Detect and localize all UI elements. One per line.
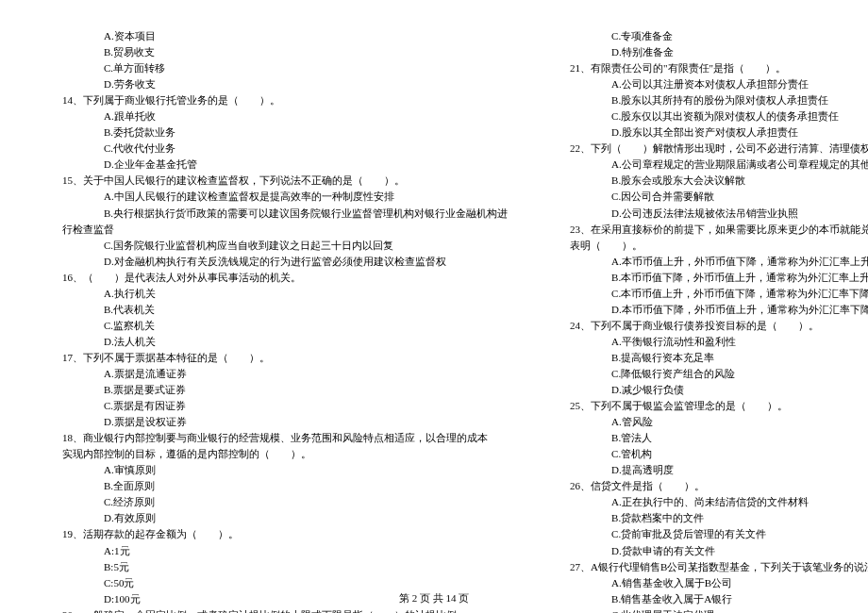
answer-option: D.贷款申请的有关文件 (555, 543, 868, 559)
answer-option: D.有效原则 (47, 510, 508, 526)
answer-option: C.专项准备金 (555, 28, 868, 44)
answer-option: D.股东以其全部出资产对债权人承担责任 (555, 124, 868, 141)
page-footer: 第 2 页 共 14 页 (0, 591, 868, 605)
question-text: 26、信贷文件是指（ ）。 (555, 478, 868, 494)
question-text: 16、（ ）是代表法人对外从事民事活动的机关。 (47, 270, 508, 286)
answer-option: D.特别准备金 (555, 44, 868, 60)
answer-option: A.票据是流通证券 (47, 366, 508, 382)
question-text: 14、下列属于商业银行托管业务的是（ ）。 (47, 92, 508, 108)
answer-option: C.因公司合并需要解散 (555, 189, 868, 205)
answer-option: D.企业年金基金托管 (47, 157, 508, 173)
answer-option: D.减少银行负债 (555, 382, 868, 398)
right-column: C.专项准备金D.特别准备金21、有限责任公司的"有限责任"是指（ ）。A.公司… (531, 28, 868, 585)
answer-option: A.本币币值上升，外币币值下降，通常称为外汇汇率上升 (555, 254, 868, 270)
answer-option: A.审慎原则 (47, 462, 508, 478)
answer-option: A.公司章程规定的营业期限届满或者公司章程规定的其他解散事由出现 (555, 157, 868, 173)
answer-option: B.票据是要式证券 (47, 382, 508, 398)
left-column: A.资本项目B.贸易收支C.单方面转移D.劳务收支14、下列属于商业银行托管业务… (38, 28, 531, 585)
answer-option: C.降低银行资产组合的风险 (555, 366, 868, 382)
answer-option: C.国务院银行业监督机构应当自收到建议之日起三十日内以回复 (47, 238, 508, 254)
answer-option: B.管法人 (555, 430, 868, 446)
answer-option: D.本币币值下降，外币币值上升，通常称为外汇汇率下降 (555, 302, 868, 318)
answer-option: A.跟单托收 (47, 108, 508, 124)
answer-option: B.贸易收支 (47, 44, 508, 60)
answer-option: B.股东以其所持有的股份为限对债权人承担责任 (555, 92, 868, 108)
answer-option: C.管机构 (555, 446, 868, 462)
answer-option: B.委托贷款业务 (47, 124, 508, 141)
answer-option: D.提高透明度 (555, 462, 868, 478)
answer-option: B.提高银行资本充足率 (555, 350, 868, 366)
question-continuation: 实现内部控制的目标，遵循的是内部控制的（ ）。 (47, 446, 508, 462)
answer-option: D.法人机关 (47, 334, 508, 350)
answer-option: A.销售基金收入属于B公司 (555, 575, 868, 591)
answer-option: C.监察机关 (47, 318, 508, 334)
question-text: 21、有限责任公司的"有限责任"是指（ ）。 (555, 60, 868, 76)
answer-option: C.本币币值上升，外币币值下降，通常称为外汇汇率下降 (555, 286, 868, 302)
answer-option: C:50元 (47, 575, 508, 591)
question-text: 19、活期存款的起存金额为（ ）。 (47, 526, 508, 542)
question-text: 18、商业银行内部控制要与商业银行的经营规模、业务范围和风险特点相适应，以合理的… (47, 430, 508, 446)
answer-option: A.公司以其注册资本对债权人承担部分责任 (555, 76, 868, 92)
question-text: 24、下列不属于商业银行债券投资目标的是（ ）。 (555, 318, 868, 334)
answer-option: B.贷款档案中的文件 (555, 510, 868, 526)
answer-option: B.本币币值下降，外币币值上升，通常称为外汇汇率上升 (555, 270, 868, 286)
answer-option: C.代收代付业务 (47, 141, 508, 157)
answer-option: A:1元 (47, 543, 508, 559)
question-continuation: 行检查监督 (47, 222, 508, 238)
answer-option: C.票据是有因证券 (47, 398, 508, 414)
answer-option: A.管风险 (555, 414, 868, 430)
answer-option: D.劳务收支 (47, 76, 508, 92)
answer-option: D.公司违反法律法规被依法吊销营业执照 (555, 206, 868, 222)
answer-option: C.单方面转移 (47, 60, 508, 76)
answer-option: A.执行机关 (47, 286, 508, 302)
answer-option: B.代表机关 (47, 302, 508, 318)
question-text: 25、下列不属于银监会监管理念的是（ ）。 (555, 398, 868, 414)
answer-option: B.全面原则 (47, 478, 508, 494)
question-text: 27、A银行代理销售B公司某指数型基金，下列关于该笔业务的说法中，正确的是（ ）… (555, 559, 868, 575)
answer-option: A.资本项目 (47, 28, 508, 44)
answer-option: A.中国人民银行的建议检查监督权是提高效率的一种制度性安排 (47, 189, 508, 205)
answer-option: C.经济原则 (47, 494, 508, 510)
answer-option: A.平衡银行流动性和盈利性 (555, 334, 868, 350)
answer-option: B:5元 (47, 559, 508, 575)
answer-option: B.股东会或股东大会决议解散 (555, 173, 868, 189)
question-text: 22、下列（ ）解散情形出现时，公司不必进行清算、清理债权债务。 (555, 141, 868, 157)
answer-option: C.股东仅以其出资额为限对债权人的债务承担责任 (555, 108, 868, 124)
answer-option: A.正在执行中的、尚未结清信贷的文件材料 (555, 494, 868, 510)
question-continuation: 表明（ ）。 (555, 238, 868, 254)
question-text: 17、下列不属于票据基本特征的是（ ）。 (47, 350, 508, 366)
answer-option: C.此代理属于法定代理 (555, 607, 868, 613)
answer-option: D.对金融机构执行有关反洗钱规定的行为进行监管必须使用建议检查监督权 (47, 254, 508, 270)
answer-option: C.贷前审批及贷后管理的有关文件 (555, 526, 868, 542)
question-text: 15、关于中国人民银行的建议检查监督权，下列说法不正确的是（ ）。 (47, 173, 508, 189)
answer-option: D.票据是设权证券 (47, 414, 508, 430)
answer-option: B.央行根据执行货币政策的需要可以建议国务院银行业监督管理机构对银行业金融机构进 (47, 206, 508, 222)
exam-page: A.资本项目B.贸易收支C.单方面转移D.劳务收支14、下列属于商业银行托管业务… (0, 0, 868, 585)
question-text: 20、一般确定一个固定比例，或者确定计提比例的上限或下限是指（ ）的计提比例。 (47, 607, 508, 613)
question-text: 23、在采用直接标价的前提下，如果需要比原来更少的本币就能兑换一定数量的外国货币… (555, 222, 868, 238)
